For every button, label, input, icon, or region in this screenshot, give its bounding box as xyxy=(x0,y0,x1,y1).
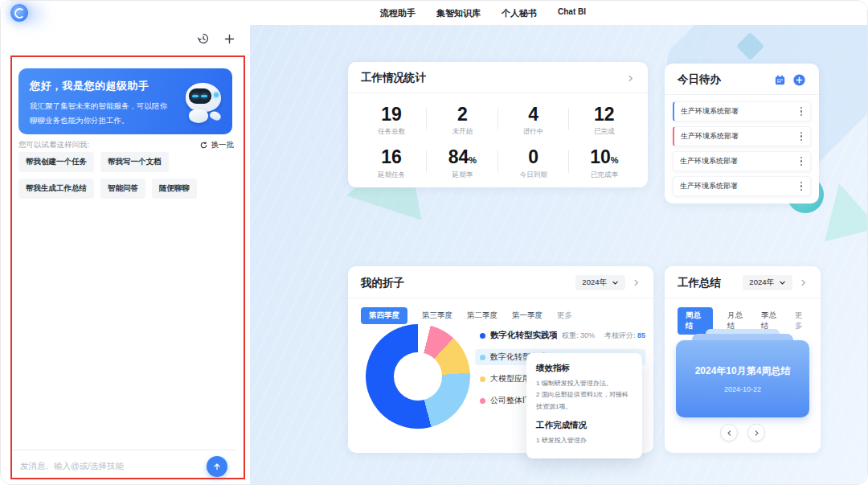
stat-completion-rate: 10% 已完成率 xyxy=(569,141,640,183)
suggestion-header-row: 您可以试着这样问我: 换一批 xyxy=(18,140,234,150)
app-window: 流程助手 集智知识库 个人秘书 Chat BI 您好，我是您的超级助手 我汇聚了… xyxy=(0,0,868,485)
kebab-menu-icon[interactable] xyxy=(799,105,805,118)
nav-item-process-assistant[interactable]: 流程助手 xyxy=(380,7,416,19)
today-todo-title: 今日待办 xyxy=(678,72,721,87)
calendar-icon[interactable] xyxy=(774,74,786,86)
kebab-menu-icon[interactable] xyxy=(799,180,805,193)
today-todo-header: 今日待办 xyxy=(665,64,819,95)
year-select-value: 2024年 xyxy=(749,277,774,288)
summary-slide-date: 2024-10-22 xyxy=(724,385,761,393)
stat-value: 0 xyxy=(528,146,538,167)
refresh-label: 换一批 xyxy=(211,140,235,150)
chevron-right-icon[interactable] xyxy=(632,278,641,287)
work-stats-title: 工作情况统计 xyxy=(361,71,426,85)
legend-dot xyxy=(480,376,485,382)
stat-value: 84 xyxy=(448,146,469,167)
tab-q3[interactable]: 第三季度 xyxy=(422,307,452,324)
legend-score-value: 85 xyxy=(637,331,645,339)
legend-weight: 权重: 30% xyxy=(562,331,595,341)
tab-q2[interactable]: 第二季度 xyxy=(467,307,497,324)
chevron-right-icon[interactable] xyxy=(626,74,635,83)
suggestion-label: 您可以试着这样问我: xyxy=(18,140,89,150)
chevron-left-icon xyxy=(726,430,733,437)
work-summary-card: 工作总结 2024年 周总结 月总结 季总结 更多 xyxy=(665,266,821,453)
stat-label: 延期任务 xyxy=(356,171,427,180)
kebab-menu-icon[interactable] xyxy=(799,130,805,143)
stat-label: 未开始 xyxy=(427,127,497,137)
my-folder-card: 我的折子 2024年 第四季度 第三季度 第二季度 xyxy=(348,266,653,453)
todo-item-label: 生产环境系统部署 xyxy=(681,106,739,117)
todo-item[interactable]: 生产环境系统部署 xyxy=(673,176,811,196)
summary-slide[interactable]: 2024年10月第4周总结 2024-10-22 xyxy=(676,340,809,417)
top-nav: 流程助手 集智知识库 个人秘书 Chat BI xyxy=(380,1,586,25)
next-button[interactable] xyxy=(747,424,765,442)
legend-dot xyxy=(480,355,485,360)
todo-item[interactable]: 生产环境系统部署 xyxy=(673,101,811,121)
legend-score-label: 考核评分: xyxy=(604,331,636,339)
arrow-up-icon xyxy=(212,462,222,471)
greeting-body: 我汇聚了集智未来的智能服务，可以陪你聊聊业务也能为你分担工作。 xyxy=(30,99,173,128)
chevron-right-icon xyxy=(753,430,760,437)
stat-unit: % xyxy=(611,155,619,165)
chip-write-doc[interactable]: 帮我写一个文档 xyxy=(100,152,169,172)
message-input-bar: 发消息、输入@或/选择技能 xyxy=(12,450,237,482)
legend-dot xyxy=(480,398,485,404)
chevron-down-icon xyxy=(779,279,786,286)
quarter-tabs: 第四季度 第三季度 第二季度 第一季度 更多 xyxy=(348,298,653,324)
robot-avatar xyxy=(181,83,226,128)
legend-label: 数字化转型实践项目研发 xyxy=(490,330,557,341)
robot-ear xyxy=(214,92,219,97)
robot-body xyxy=(189,109,208,123)
tooltip-item: 2 面向总部提供资料1次，对接科技资源1项。 xyxy=(536,389,633,413)
stat-due-today: 0 今日到期 xyxy=(498,141,569,183)
tab-q1[interactable]: 第一季度 xyxy=(512,307,542,324)
history-icon[interactable] xyxy=(197,32,210,45)
stat-in-progress: 4 进行中 xyxy=(498,98,569,141)
todo-item[interactable]: 生产环境系统部署 xyxy=(673,126,811,146)
chip-create-task[interactable]: 帮我创建一个任务 xyxy=(18,152,94,172)
nav-item-personal-secretary[interactable]: 个人秘书 xyxy=(502,7,537,19)
new-chat-plus-icon[interactable] xyxy=(223,32,235,45)
stat-not-started: 2 未开始 xyxy=(427,98,497,141)
send-button[interactable] xyxy=(207,456,227,477)
chip-generate-summary[interactable]: 帮我生成工作总结 xyxy=(18,179,94,199)
tooltip-item: 1 编制研发投入管理办法。 xyxy=(536,378,633,389)
year-select[interactable]: 2024年 xyxy=(575,275,625,290)
assistant-panel: 您好，我是您的超级助手 我汇聚了集智未来的智能服务，可以陪你聊聊业务也能为你分担… xyxy=(1,25,250,484)
chip-casual-chat[interactable]: 随便聊聊 xyxy=(152,179,197,199)
stat-label: 任务总数 xyxy=(356,127,427,137)
prev-button[interactable] xyxy=(720,424,738,442)
stat-value: 4 xyxy=(528,104,538,125)
quarter-donut-chart[interactable] xyxy=(366,324,470,429)
stat-label: 已完成 xyxy=(569,127,640,137)
add-todo-button[interactable] xyxy=(792,73,806,87)
robot-eye xyxy=(201,95,207,97)
message-input[interactable]: 发消息、输入@或/选择技能 xyxy=(12,461,207,472)
nav-item-chat-bi[interactable]: Chat BI xyxy=(558,7,586,16)
refresh-suggestions-button[interactable]: 换一批 xyxy=(199,140,235,150)
stat-value: 2 xyxy=(457,104,468,125)
todo-item-label: 生产环境系统部署 xyxy=(680,156,738,166)
legend-item[interactable]: 数字化转型实践项目研发 权重: 30% 考核评分: 85 xyxy=(480,327,645,343)
tooltip-item: 1 研发投入管理办 xyxy=(536,435,633,446)
chip-smart-qa[interactable]: 智能问答 xyxy=(100,179,145,199)
work-summary-header: 工作总结 2024年 xyxy=(665,266,821,298)
panel-toolbar xyxy=(197,32,235,45)
year-select[interactable]: 2024年 xyxy=(743,275,792,290)
tab-more[interactable]: 更多 xyxy=(557,307,572,324)
stat-label: 已完成率 xyxy=(569,171,640,180)
stat-label: 进行中 xyxy=(498,127,569,137)
robot-arm xyxy=(209,110,223,122)
kebab-menu-icon[interactable] xyxy=(799,155,805,168)
work-summary-title: 工作总结 xyxy=(678,276,721,290)
tab-q4[interactable]: 第四季度 xyxy=(361,307,407,324)
nav-item-knowledge-base[interactable]: 集智知识库 xyxy=(436,7,481,19)
robot-face xyxy=(189,88,211,104)
app-logo-icon[interactable] xyxy=(10,4,28,22)
todo-item-label: 生产环境系统部署 xyxy=(681,131,739,142)
chevron-right-icon[interactable] xyxy=(799,278,808,287)
my-folder-title: 我的折子 xyxy=(361,276,404,290)
refresh-icon xyxy=(199,141,208,150)
todo-item[interactable]: 生产环境系统部署 xyxy=(673,151,811,171)
my-folder-header: 我的折子 2024年 xyxy=(348,266,653,298)
